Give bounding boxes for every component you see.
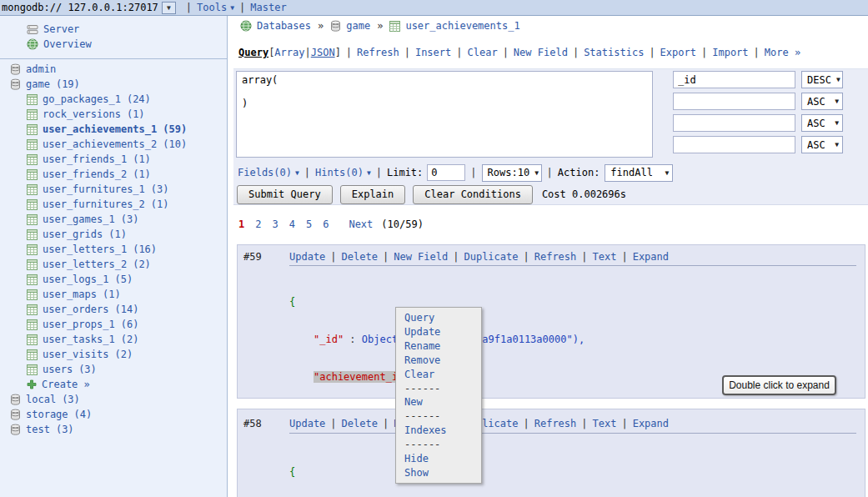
collection-link[interactable]: user_logs_1(5) (43, 274, 133, 285)
collection-item-user_logs_1[interactable]: user_logs_1(5) (0, 272, 227, 287)
collection-link[interactable]: user_letters_1(16) (43, 243, 157, 255)
sidebar-item-server[interactable]: Server (0, 22, 227, 37)
database-item-test[interactable]: test(3) (0, 422, 227, 437)
record-action-duplicate[interactable]: Duplicate (464, 251, 518, 263)
collection-item-user_furnitures_1[interactable]: user_furnitures_1(3) (0, 182, 227, 197)
record-action-expand[interactable]: Expand (633, 251, 669, 263)
export-link[interactable]: Export (660, 47, 696, 58)
page-link-2[interactable]: 2 (255, 218, 261, 230)
collection-item-user_props_1[interactable]: user_props_1(6) (0, 317, 227, 332)
page-link-3[interactable]: 3 (272, 218, 278, 230)
sort-order-select-1[interactable]: DESC▼ (801, 71, 843, 88)
collection-link[interactable]: user_furnitures_2(1) (43, 198, 169, 210)
server-select-button[interactable]: ▼ (162, 2, 176, 14)
refresh-link[interactable]: Refresh (357, 47, 399, 58)
collection-item-user_letters_2[interactable]: user_letters_2(2) (0, 257, 227, 272)
database-item-local[interactable]: local(3) (0, 392, 227, 407)
context-menu-item-clear[interactable]: Clear (396, 369, 481, 380)
record-action-delete[interactable]: Delete (342, 418, 378, 429)
context-menu-item-new[interactable]: New (396, 396, 481, 408)
collection-link[interactable]: user_orders(14) (43, 304, 138, 315)
import-link[interactable]: Import (712, 47, 748, 58)
collection-item-go_packages_1[interactable]: go_packages_1(24) (0, 92, 227, 107)
page-link-4[interactable]: 4 (289, 218, 295, 230)
statistics-link[interactable]: Statistics (584, 47, 644, 58)
collection-item-user_friends_1[interactable]: user_friends_1(1) (0, 152, 227, 167)
breadcrumb-collection[interactable]: user_achievements_1 (405, 20, 519, 32)
sort-field-input-2[interactable] (673, 93, 795, 110)
insert-link[interactable]: Insert (415, 47, 451, 58)
collection-item-user_maps[interactable]: user_maps(1) (0, 287, 227, 302)
collection-link[interactable]: rock_versions(1) (43, 108, 145, 120)
more-menu-link[interactable]: More » (765, 47, 800, 58)
collection-item-rock_versions[interactable]: rock_versions(1) (0, 107, 227, 122)
clear-conditions-button[interactable]: Clear Conditions (413, 185, 533, 204)
database-item-admin[interactable]: admin (0, 62, 227, 77)
collection-link[interactable]: user_visits(2) (43, 349, 133, 360)
collection-link[interactable]: user_friends_2(1) (43, 168, 151, 180)
record-action-update[interactable]: Update (289, 251, 325, 263)
sort-field-input-1[interactable] (673, 71, 795, 88)
collection-link[interactable]: user_maps(1) (43, 289, 121, 300)
record-action-expand[interactable]: Expand (633, 418, 669, 429)
collection-link[interactable]: go_packages_1(24) (43, 93, 151, 105)
collection-link-selected[interactable]: user_achievements_1(59) (43, 123, 187, 135)
collection-item-user_visits[interactable]: user_visits(2) (0, 347, 227, 362)
context-menu-item-update[interactable]: Update (396, 326, 481, 338)
query-textarea[interactable]: array( ) (236, 71, 653, 158)
sort-field-input-4[interactable] (673, 136, 795, 153)
json-view-link[interactable]: JSON (311, 47, 335, 58)
database-link[interactable]: game(19) (26, 78, 80, 90)
context-menu-item-show[interactable]: Show (396, 467, 481, 479)
new-field-link[interactable]: New Field (514, 47, 568, 58)
database-link[interactable]: local(3) (26, 394, 80, 405)
clear-link[interactable]: Clear (468, 47, 498, 58)
sort-order-select-4[interactable]: ASC▼ (801, 136, 843, 153)
collection-item-users[interactable]: users(3) (0, 362, 227, 377)
database-link[interactable]: admin (26, 63, 56, 75)
sort-order-select-3[interactable]: ASC▼ (801, 114, 843, 132)
page-link-5[interactable]: 5 (306, 218, 312, 230)
record-action-refresh[interactable]: Refresh (534, 251, 577, 263)
sort-field-input-3[interactable] (673, 114, 795, 132)
collection-link[interactable]: user_tasks_1(2) (43, 334, 138, 345)
record-action-text[interactable]: Text (593, 251, 617, 263)
create-collection-link[interactable]: Create » (42, 379, 90, 390)
database-item-game[interactable]: game(19) (0, 77, 227, 92)
json-key[interactable]: "_id" (314, 334, 344, 345)
tools-menu[interactable]: Tools (197, 2, 227, 13)
collection-link[interactable]: user_games_1(3) (43, 213, 138, 225)
collection-item-user_furnitures_2[interactable]: user_furnitures_2(1) (0, 197, 227, 212)
collection-item-user_letters_1[interactable]: user_letters_1(16) (0, 242, 227, 257)
context-menu-item-hide[interactable]: Hide (396, 453, 481, 464)
sort-order-select-2[interactable]: ASC▼ (801, 93, 843, 110)
collection-link[interactable]: user_furnitures_1(3) (43, 183, 169, 195)
record-action-update[interactable]: Update (289, 418, 325, 429)
collection-item-user_orders[interactable]: user_orders(14) (0, 302, 227, 317)
database-link[interactable]: test(3) (26, 424, 74, 435)
record-action-refresh[interactable]: Refresh (534, 418, 577, 429)
collection-item-user_tasks_1[interactable]: user_tasks_1(2) (0, 332, 227, 347)
master-link[interactable]: Master (250, 2, 286, 13)
collection-item-user_achievements_1[interactable]: user_achievements_1(59) (0, 122, 227, 137)
database-link[interactable]: storage(4) (26, 409, 92, 420)
collection-item-user_grids[interactable]: user_grids(1) (0, 227, 227, 242)
next-page-link[interactable]: Next (349, 218, 373, 230)
collection-link[interactable]: user_achievements_2(10) (43, 138, 187, 150)
collection-item-user_achievements_2[interactable]: user_achievements_2(10) (0, 137, 227, 152)
breadcrumb-databases[interactable]: Databases (257, 20, 311, 32)
context-menu-item-query[interactable]: Query (396, 312, 481, 324)
collection-item-user_games_1[interactable]: user_games_1(3) (0, 212, 227, 227)
limit-input[interactable] (427, 164, 465, 181)
record-action-new-field[interactable]: New Field (394, 251, 448, 263)
context-menu-item-indexes[interactable]: Indexes (396, 424, 481, 436)
context-menu-item-rename[interactable]: Rename (396, 340, 481, 352)
submit-query-button[interactable]: Submit Query (237, 185, 333, 204)
collection-link[interactable]: user_props_1(6) (43, 319, 138, 330)
collection-link[interactable]: user_friends_1(1) (43, 153, 151, 165)
server-link[interactable]: Server (43, 23, 79, 35)
action-select[interactable]: findAll▼ (605, 164, 673, 182)
sidebar-item-overview[interactable]: Overview (0, 37, 227, 52)
context-menu-item-remove[interactable]: Remove (396, 354, 481, 366)
rows-select[interactable]: Rows:10▼ (482, 164, 542, 182)
